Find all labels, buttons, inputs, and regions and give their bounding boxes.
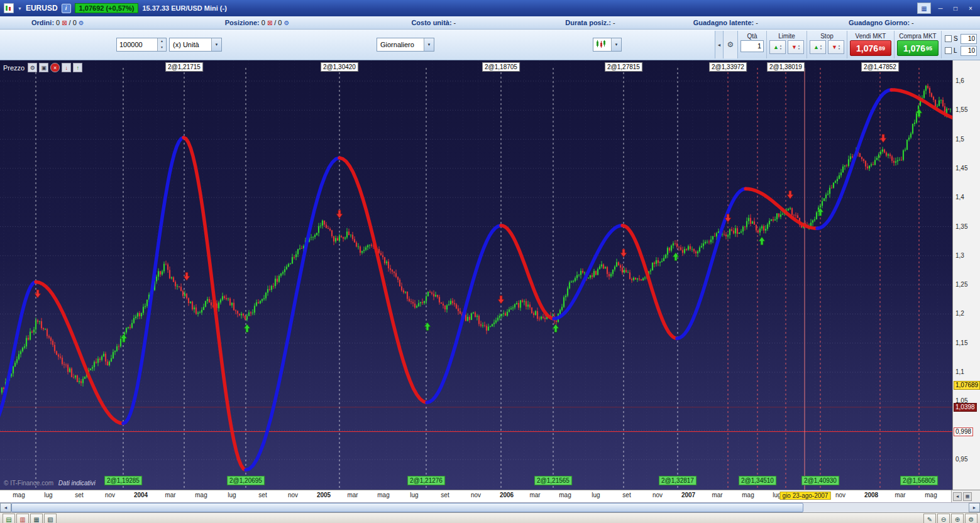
sell-marker-icon[interactable]: ↓ xyxy=(62,63,71,72)
instrument-icon xyxy=(4,3,14,13)
position-settings-icon[interactable]: ⚙ xyxy=(284,19,289,26)
orders-value-2: 0 xyxy=(73,19,77,26)
zoom-in-icon[interactable]: ⊕ xyxy=(951,514,964,523)
close-button[interactable]: × xyxy=(965,3,976,13)
quantity-spinner[interactable]: ▲ ▼ xyxy=(157,38,166,51)
scroll-left-icon[interactable]: ◄ xyxy=(0,503,11,512)
panel-close-icon[interactable]: × xyxy=(50,63,60,72)
chart-mode-candles-icon[interactable]: ▤ xyxy=(3,514,15,523)
info-icon[interactable]: i xyxy=(62,4,71,13)
mini-spinner[interactable]: ▲▼ xyxy=(798,44,800,50)
x-axis-label: nov xyxy=(835,492,845,498)
buy-limit-button[interactable]: ▲▲▼ xyxy=(769,40,786,54)
sell-limit-button[interactable]: ▼▲▼ xyxy=(788,40,804,54)
orders-value: 0 xyxy=(56,19,60,26)
watermark-note: Dati indicativi xyxy=(58,480,96,487)
chart-canvas[interactable] xyxy=(0,60,952,490)
draw-tool-icon[interactable]: ✎ xyxy=(923,514,936,523)
zoom-out-icon[interactable]: ⊖ xyxy=(937,514,950,523)
orders-settings-icon[interactable]: ⚙ xyxy=(79,19,84,26)
mini-spinner[interactable]: ▲▼ xyxy=(779,44,782,50)
sell-market-button[interactable]: 1,07689 xyxy=(850,40,891,56)
buy-market-button[interactable]: 1,07695 xyxy=(897,40,939,56)
buy-price: 1,076 xyxy=(903,43,925,53)
axis-back-icon[interactable]: ◄ xyxy=(953,492,962,501)
trading-platform-window: { "window": { "symbol": "EURUSD", "info_… xyxy=(0,0,980,523)
spinner-up-icon[interactable]: ▲ xyxy=(158,38,166,45)
x-axis-label: mar xyxy=(895,492,905,498)
time-axis[interactable]: maglugsetnov2004marmaglugsetnov2005marma… xyxy=(0,490,951,502)
scroll-right-icon[interactable]: ► xyxy=(969,503,980,512)
trade-panel: ◄ ⚙ Qtà 1 Limite ▲▲▼ ▼▲▼ Stop ▲▲▼ ▼▲▼ Ve… xyxy=(715,31,980,58)
price-chart[interactable]: 2@1,217152@1,304202@1,187052@1,278152@1,… xyxy=(0,60,952,490)
orders-separator: / xyxy=(69,19,71,26)
limit-distance-input[interactable]: 10 xyxy=(961,46,977,56)
x-axis-label: nov xyxy=(471,492,481,498)
dropdown-icon[interactable]: ▼ xyxy=(211,38,221,51)
scrollbar-track[interactable] xyxy=(11,503,969,512)
sell-stop-button[interactable]: ▼▲▼ xyxy=(828,40,844,54)
quantity-input[interactable]: 100000 ▲ ▼ xyxy=(116,38,167,52)
chart-type-select[interactable]: ▼ xyxy=(593,38,622,52)
position-duration-value: - xyxy=(613,19,615,26)
close-position-icon[interactable]: ⊠ xyxy=(267,19,272,26)
chart-mode-area-icon[interactable]: ▧ xyxy=(44,514,57,523)
timeframe-select-value: Giornaliero xyxy=(377,41,424,48)
chart-toolbar: 100000 ▲ ▼ (x) Unità ▼ Giornaliero ▼ ▼ ◄… xyxy=(0,30,980,60)
timeframe-select[interactable]: Giornaliero ▼ xyxy=(377,38,434,52)
axis-options-icon[interactable]: ▦ xyxy=(963,492,972,501)
stop-column: Stop ▲▲▼ ▼▲▼ xyxy=(807,31,847,58)
minimize-button[interactable]: ─ xyxy=(935,3,946,13)
x-axis-label: nov xyxy=(105,492,115,498)
dropdown-icon[interactable]: ▼ xyxy=(611,38,621,51)
buy-mkt-header: Compra MKT xyxy=(899,32,936,40)
dropdown-icon[interactable]: ▼ xyxy=(424,38,434,51)
axis-corner: ◄ ▦ xyxy=(951,490,980,502)
sell-mkt-header: Vendi MKT xyxy=(856,32,886,40)
mini-spinner[interactable]: ▲▼ xyxy=(838,44,840,50)
time-scrollbar[interactable]: ◄ ► xyxy=(0,502,980,512)
x-axis-label: mar xyxy=(529,492,540,498)
down-arrow-icon: ▼ xyxy=(832,45,837,50)
y-axis-tick: 1,4 xyxy=(955,194,964,201)
scrollbar-thumb[interactable] xyxy=(11,503,803,512)
maximize-button[interactable]: □ xyxy=(950,3,961,13)
trade-settings-icon[interactable]: ⚙ xyxy=(724,31,738,58)
price-axis[interactable]: 1,61,551,51,451,41,351,31,251,21,151,11,… xyxy=(952,60,980,490)
chart-mode-line-icon[interactable]: ▦ xyxy=(30,514,43,523)
quantity-value[interactable]: 100000 xyxy=(117,41,157,48)
latent-gain-value: - xyxy=(756,19,758,26)
y-axis-tick: 1,45 xyxy=(955,165,967,172)
chart-type-icon xyxy=(593,40,611,50)
chart-settings-icon[interactable]: ⚙ xyxy=(965,514,977,523)
latent-gain-label: Guadagno latente: xyxy=(693,19,754,26)
x-axis-label: nov xyxy=(288,492,298,498)
limit-checkbox[interactable] xyxy=(945,47,952,54)
spinner-down-icon[interactable]: ▼ xyxy=(158,45,166,51)
stop-distance-input[interactable]: 10 xyxy=(961,34,977,44)
mini-spinner[interactable]: ▲▼ xyxy=(820,44,822,50)
cancel-orders-icon[interactable]: ⊠ xyxy=(62,19,67,26)
panel-duplicate-icon[interactable]: ▣ xyxy=(39,63,48,72)
stop-checkbox[interactable] xyxy=(945,35,952,42)
orders-label: Ordini: xyxy=(31,19,54,26)
buy-marker-icon[interactable]: ↑ xyxy=(73,63,82,72)
layout-grid-icon[interactable]: ▦ xyxy=(917,3,931,14)
qty-column: Qtà 1 xyxy=(738,31,767,58)
y-axis-tick: 1,5 xyxy=(955,136,964,143)
position-group: Posizione: 0 ⊠ / 0 ⚙ xyxy=(225,19,290,26)
x-axis-label: set xyxy=(441,492,449,498)
collapse-panel-icon[interactable]: ◄ xyxy=(715,31,724,58)
watermark: © IT-Finance.com Dati indicativi xyxy=(4,480,96,487)
trade-qty-input[interactable]: 1 xyxy=(741,40,764,52)
unit-select[interactable]: (x) Unità ▼ xyxy=(169,38,222,52)
symbol-dropdown-icon[interactable]: ▼ xyxy=(18,6,22,11)
limit-checkbox-label: L xyxy=(954,47,959,54)
y-axis-tick: 1,6 xyxy=(955,77,964,84)
x-axis-label: lug xyxy=(228,492,236,498)
buy-stop-button[interactable]: ▲▲▼ xyxy=(810,40,826,54)
panel-settings-icon[interactable]: ⚙ xyxy=(28,63,37,72)
y-axis-tick: 1,2 xyxy=(955,310,964,317)
chart-mode-bars-icon[interactable]: ▥ xyxy=(16,514,29,523)
day-gain-value: - xyxy=(911,19,914,26)
